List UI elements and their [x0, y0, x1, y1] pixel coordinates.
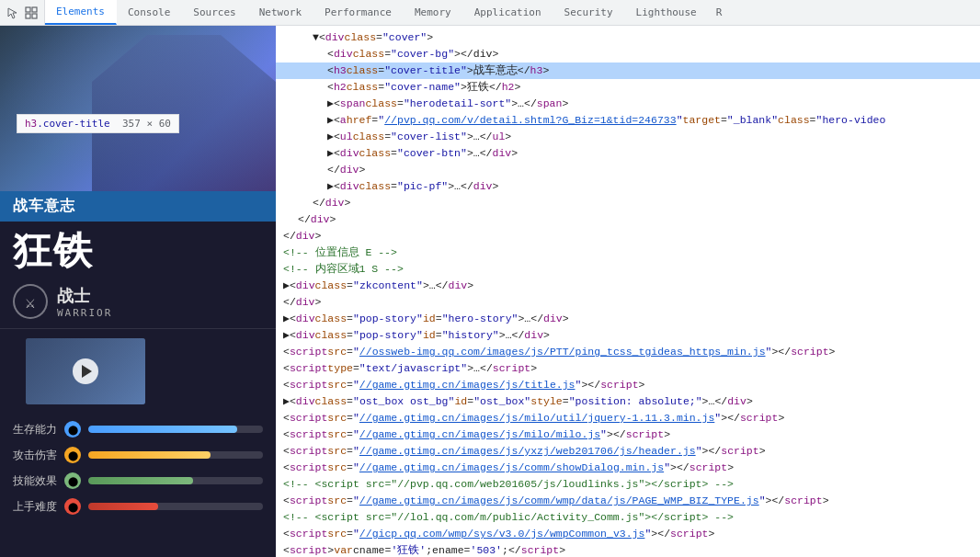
class-name-en: WARRIOR	[57, 307, 112, 319]
video-row	[0, 333, 276, 414]
cursor-icon[interactable]	[6, 6, 20, 20]
code-area: ▼ <div class="cover"><div class="cover-b…	[276, 29, 980, 557]
element-tooltip: h3.cover-title 357 × 60	[17, 114, 179, 133]
play-icon	[82, 365, 92, 378]
stat-bar-fill-2	[88, 477, 193, 484]
stat-bar-bg-1	[88, 451, 263, 459]
elements-panel[interactable]: ▼ <div class="cover"><div class="cover-b…	[276, 26, 980, 557]
stat-row-skill: 技能效果 ⬤	[13, 472, 263, 489]
cover-title: 战车意志	[0, 191, 276, 222]
main-area: h3.cover-title 357 × 60 战车意志 狂铁 ⚔ 战士 WAR…	[0, 26, 980, 557]
hero-stats: 生存能力 ⬤ 攻击伤害 ⬤ 技能效果 ⬤ 上手	[0, 414, 276, 557]
tab-sources[interactable]: Sources	[182, 0, 247, 25]
code-line[interactable]: <!-- 位置信息 E -->	[276, 244, 980, 261]
code-line[interactable]: ▶ <div class="zkcontent">…</div>	[276, 278, 980, 294]
stat-icon-1: ⬤	[64, 447, 81, 463]
code-line[interactable]: <script src="//game.gtimg.cn/images/js/c…	[276, 460, 980, 476]
tab-security[interactable]: Security	[553, 0, 625, 25]
tab-elements[interactable]: Elements	[45, 0, 117, 25]
stat-bar-bg-2	[88, 477, 263, 484]
code-line[interactable]: <script src="//game.gtimg.cn/images/js/m…	[276, 426, 980, 443]
code-line[interactable]: ▶ <div class="pop-story" id="history">…<…	[276, 327, 980, 344]
stat-bar-fill-0	[88, 426, 237, 433]
code-line[interactable]: <h2 class="cover-name">狂铁</h2>	[276, 79, 980, 96]
stat-bar-bg-0	[88, 426, 263, 433]
stat-bar-fill-1	[88, 451, 211, 459]
hero-preview-panel: h3.cover-title 357 × 60 战车意志 狂铁 ⚔ 战士 WAR…	[0, 26, 276, 557]
code-line[interactable]: </div>	[276, 195, 980, 211]
code-line[interactable]: ▶ <a href="//pvp.qq.com/v/detail.shtml?G…	[276, 112, 980, 129]
tab-application[interactable]: Application	[463, 0, 553, 25]
code-line[interactable]: <script src="//game.gtimg.cn/images/js/m…	[276, 410, 980, 426]
devtools-tabs: Elements Console Sources Network Perform…	[45, 0, 980, 25]
code-line[interactable]: <script type="text/javascript">…</script…	[276, 360, 980, 377]
class-info: 战士 WARRIOR	[57, 285, 112, 319]
code-line[interactable]: <script src="//game.gtimg.cn/images/js/c…	[276, 493, 980, 509]
code-line[interactable]: <script src="//game.gtimg.cn/images/js/y…	[276, 443, 980, 460]
code-line[interactable]: ▶ <span class="herodetail-sort">…</span>	[276, 96, 980, 112]
tab-console[interactable]: Console	[117, 0, 182, 25]
code-line[interactable]: <div class="cover-bg"></div>	[276, 46, 980, 63]
code-line[interactable]: ▶ <ul class="cover-list">…</ul>	[276, 129, 980, 145]
code-line[interactable]: <script src="//game.gtimg.cn/images/js/t…	[276, 377, 980, 393]
tab-lighthouse[interactable]: Lighthouse	[625, 0, 709, 25]
stat-icon-2: ⬤	[64, 472, 81, 489]
code-line[interactable]: <!-- 内容区域1 S -->	[276, 261, 980, 278]
svg-rect-2	[26, 14, 30, 18]
stat-bar-bg-3	[88, 503, 263, 510]
stat-row-attack: 攻击伤害 ⬤	[13, 447, 263, 463]
hero-name: 狂铁	[0, 222, 276, 278]
class-icon: ⚔	[13, 284, 48, 319]
stat-bar-fill-3	[88, 503, 158, 510]
code-line[interactable]: <script src="//gicp.qq.com/wmp/sys/v3.0/…	[276, 526, 980, 542]
stat-label-2: 技能效果	[13, 473, 57, 489]
inspect-icon[interactable]	[24, 6, 39, 20]
stat-label-0: 生存能力	[13, 422, 57, 438]
play-button[interactable]	[73, 358, 98, 384]
hero-class-row: ⚔ 战士 WARRIOR	[0, 278, 276, 324]
code-line[interactable]: <script> var cname = '狂铁'; ename = '503'…	[276, 542, 980, 557]
hero-image: h3.cover-title 357 × 60	[0, 26, 276, 191]
divider-1	[0, 328, 276, 329]
code-line[interactable]: ▼ <div class="cover">	[276, 29, 980, 46]
stat-icon-3: ⬤	[64, 498, 81, 515]
code-line[interactable]: <h3 class="cover-title">战车意志</h3>	[276, 63, 980, 79]
code-line[interactable]: </div>	[276, 294, 980, 311]
code-line[interactable]: ▶ <div class="ost_box ost_bg" id="ost_bo…	[276, 393, 980, 410]
tab-more[interactable]: R	[709, 0, 730, 25]
svg-rect-0	[26, 7, 30, 12]
svg-rect-3	[32, 14, 37, 18]
code-line[interactable]: <!-- <script src="//lol.qq.com/m/public/…	[276, 509, 980, 526]
tab-performance[interactable]: Performance	[313, 0, 404, 25]
code-line[interactable]: <!-- <script src="//pvp.qq.com/web201605…	[276, 476, 980, 493]
stat-icon-0: ⬤	[64, 421, 81, 438]
stat-row-difficulty: 上手难度 ⬤	[13, 498, 263, 515]
code-line[interactable]: <script src="//ossweb-img.qq.com/images/…	[276, 344, 980, 360]
stat-label-1: 攻击伤害	[13, 448, 57, 463]
code-line[interactable]: ▶ <div class="cover-btn">…</div>	[276, 145, 980, 162]
code-line[interactable]: </div>	[276, 211, 980, 228]
code-line[interactable]: </div>	[276, 162, 980, 178]
video-thumbnail[interactable]	[26, 338, 145, 404]
code-line[interactable]: ▶ <div class="pop-story" id="hero-story"…	[276, 311, 980, 327]
stat-label-3: 上手难度	[13, 499, 57, 515]
svg-rect-1	[32, 7, 37, 12]
code-line[interactable]: ▶ <div class="pic-pf">…</div>	[276, 178, 980, 195]
code-line[interactable]: </div>	[276, 228, 980, 244]
tab-network[interactable]: Network	[248, 0, 313, 25]
class-name-zh: 战士	[57, 285, 112, 307]
stat-row-survival: 生存能力 ⬤	[13, 421, 263, 438]
tab-memory[interactable]: Memory	[404, 0, 463, 25]
devtools-tab-bar: Elements Console Sources Network Perform…	[0, 0, 980, 26]
devtools-controls	[0, 0, 45, 25]
hero-silhouette	[92, 35, 276, 191]
